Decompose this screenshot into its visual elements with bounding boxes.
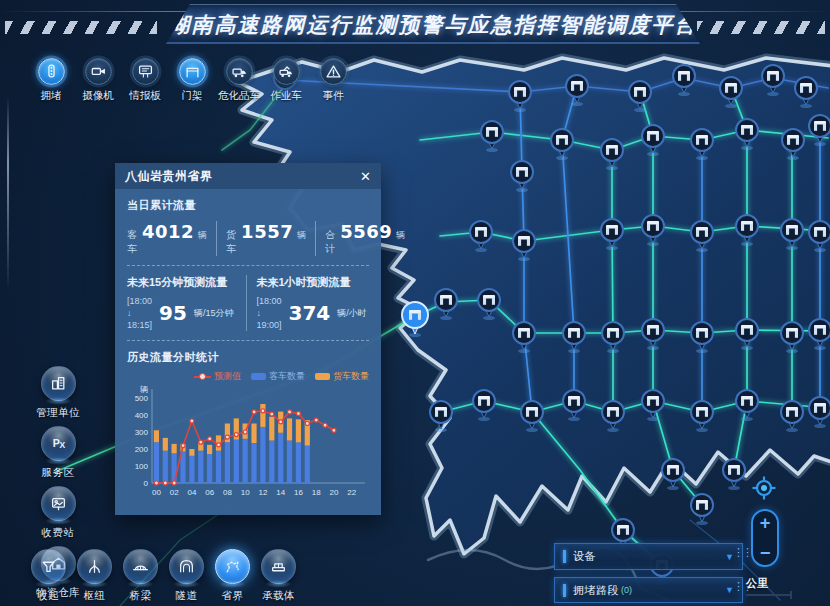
legend-truck[interactable]: 货车数量	[315, 370, 369, 383]
zoom-in-button[interactable]: +	[760, 515, 770, 532]
svg-text:400: 400	[135, 411, 149, 420]
sidebar-item-management-unit[interactable]: 管理单位	[30, 366, 86, 420]
forecast-content: [18:00 ↓ 18:15] 95 辆/15分钟	[127, 295, 240, 331]
bottom-item-collapse[interactable]: 收起	[28, 549, 69, 603]
daily-label: 合计	[325, 228, 335, 256]
daily-flow-row: 客车 4012 辆 货车 1557 辆 合计 5569 辆	[127, 221, 369, 256]
sidebar-item-toll-station[interactable]: 收费站	[30, 486, 86, 540]
bottom-label: 隧道	[176, 589, 198, 603]
toll-station-icon	[50, 495, 67, 512]
bottom-item-hub[interactable]: 枢纽	[74, 549, 115, 603]
svg-text:300: 300	[135, 428, 149, 437]
bottom-item-carrier[interactable]: 承载体	[258, 549, 299, 603]
daily-unit: 辆	[297, 229, 306, 242]
tool-gantry[interactable]: 门架	[173, 58, 211, 103]
daily-label: 货车	[226, 228, 236, 256]
hazmat-truck-icon	[232, 64, 247, 79]
bottom-label: 枢纽	[84, 589, 106, 603]
tool-hazmat-truck[interactable]: 危化品车	[220, 58, 258, 103]
forecast-15min: 未来15分钟预测流量 [18:00 ↓ 18:15] 95 辆/15分钟	[127, 275, 240, 331]
close-icon[interactable]: ✕	[360, 170, 371, 183]
svg-text:12: 12	[258, 488, 267, 497]
svg-text:10: 10	[241, 488, 250, 497]
divider	[127, 265, 369, 266]
dome	[215, 549, 250, 584]
daily-total: 合计 5569 辆	[315, 221, 405, 256]
camera-icon	[91, 64, 106, 79]
header-hatch-left	[5, 21, 157, 34]
top-toolbar: 拥堵 摄像机 情报板	[32, 58, 352, 103]
device-dropdown[interactable]: 设备 ▼ ⋮⋮	[554, 543, 743, 570]
tool-label: 情报板	[129, 89, 161, 103]
bottom-item-province-border[interactable]: 省界	[212, 549, 253, 603]
legend-label: 货车数量	[333, 370, 369, 383]
history-chart: 0100200300400500辆00020406081012141618202…	[127, 385, 369, 505]
tool-event[interactable]: 事件	[314, 58, 352, 103]
tool-circle	[179, 58, 206, 85]
tool-info-board[interactable]: 情报板	[126, 58, 164, 103]
forecast-time-range: [18:00 ↓ 19:00]	[257, 295, 282, 331]
time-from: [18:00	[127, 295, 152, 307]
dome	[123, 549, 158, 584]
legend-label: 预测值	[214, 370, 241, 383]
forecast-time-range: [18:00 ↓ 18:15]	[127, 295, 152, 331]
svg-text:04: 04	[187, 488, 196, 497]
forecast-title: 未来15分钟预测流量	[127, 275, 240, 290]
daily-flow-title: 当日累计流量	[127, 198, 369, 213]
forecast-value: 374	[289, 301, 331, 325]
title-bar: 湖南高速路网运行监测预警与应急指挥智能调度平台	[166, 4, 700, 44]
left-edge-decoration	[7, 96, 9, 291]
bottom-item-tunnel[interactable]: 隧道	[166, 549, 207, 603]
legend-forecast[interactable]: 预测值	[194, 370, 241, 383]
app-header: 湖南高速路网运行监测预警与应急指挥智能调度平台	[0, 0, 830, 50]
tool-camera[interactable]: 摄像机	[79, 58, 117, 103]
congestion-count-badge: (0)	[621, 585, 632, 595]
legend-passenger[interactable]: 客车数量	[251, 370, 305, 383]
daily-value: 4012	[142, 221, 194, 242]
tool-circle	[85, 58, 112, 85]
daily-label: 客车	[127, 228, 137, 256]
hub-icon	[86, 558, 103, 575]
bottom-toolbar: 收起 枢纽 桥梁	[28, 549, 299, 603]
bottom-label: 收起	[38, 589, 60, 603]
down-arrow-icon: ↓	[127, 307, 152, 319]
gantry-icon	[185, 64, 200, 79]
locate-button[interactable]	[751, 475, 777, 505]
locate-icon	[751, 475, 777, 501]
legend-label: 客车数量	[269, 370, 305, 383]
forecast-title: 未来1小时预测流量	[257, 275, 370, 290]
forecast-value: 95	[159, 301, 187, 325]
bottom-label: 省界	[222, 589, 244, 603]
carrier-icon	[270, 558, 287, 575]
svg-text:100: 100	[135, 462, 149, 471]
drag-handle-icon[interactable]: ⋮⋮	[733, 548, 751, 557]
map-marker[interactable]	[723, 459, 745, 490]
dome	[77, 549, 112, 584]
svg-text:00: 00	[152, 488, 161, 497]
tool-label: 危化品车	[218, 89, 260, 103]
bar-swatch-icon	[315, 373, 330, 380]
tool-label: 门架	[182, 89, 203, 103]
bar-swatch-icon	[251, 373, 266, 380]
tool-congestion[interactable]: 拥堵	[32, 58, 70, 103]
forecast-content: [18:00 ↓ 19:00] 374 辆/小时	[257, 295, 370, 331]
tool-work-vehicle[interactable]: 作业车	[267, 58, 305, 103]
map-marker[interactable]	[662, 459, 684, 490]
bottom-item-bridge[interactable]: 桥梁	[120, 549, 161, 603]
forecast-1hour: 未来1小时预测流量 [18:00 ↓ 19:00] 374 辆/小时	[246, 275, 370, 331]
dome	[31, 549, 66, 584]
tunnel-icon	[178, 558, 195, 575]
zoom-out-button[interactable]: −	[760, 544, 770, 561]
sidebar-label: 服务区	[42, 466, 75, 480]
work-vehicle-icon	[279, 64, 294, 79]
svg-text:200: 200	[135, 445, 149, 454]
congestion-dropdown[interactable]: 拥堵路段 (0) ▼ ⋮⋮	[554, 577, 743, 603]
time-from: [18:00	[257, 295, 282, 307]
divider	[127, 340, 369, 341]
sidebar-item-service-area[interactable]: P X 服务区	[30, 426, 86, 480]
map-marker[interactable]	[691, 494, 713, 525]
page-title: 湖南高速路网运行监测预警与应急指挥智能调度平台	[166, 4, 700, 46]
svg-text:0: 0	[144, 479, 149, 488]
svg-text:06: 06	[205, 488, 214, 497]
popup-header[interactable]: 八仙岩贵州省界 ✕	[115, 163, 381, 189]
